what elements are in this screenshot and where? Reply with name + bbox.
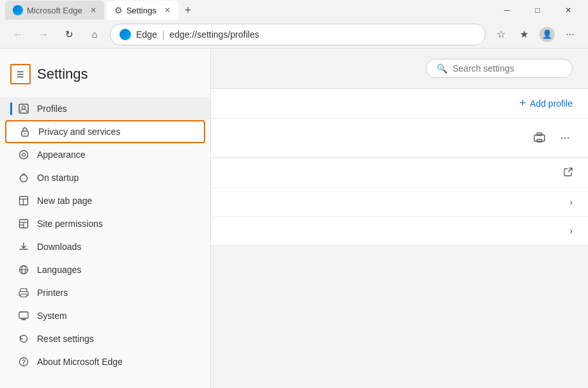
sidebar-item-label: On startup	[37, 173, 79, 183]
add-profile-button[interactable]: + Add profile	[520, 97, 573, 110]
search-settings-box[interactable]: 🔍	[426, 59, 573, 78]
sidebar: ☰ Settings Profiles	[0, 49, 211, 388]
svg-rect-19	[19, 312, 28, 318]
hamburger-menu-button[interactable]: ☰	[10, 64, 31, 84]
sidebar-item-startup[interactable]: On startup	[0, 166, 210, 189]
address-edge-icon	[120, 29, 131, 40]
favorites-star-button[interactable]: ☆	[491, 24, 511, 45]
profile-card: ···	[211, 119, 588, 157]
appearance-icon	[18, 149, 29, 160]
address-divider: |	[162, 29, 165, 40]
new-tab-button[interactable]: +	[181, 4, 196, 17]
languages-icon	[18, 264, 29, 275]
about-edge-icon	[18, 356, 29, 368]
sidebar-item-languages[interactable]: Languages	[0, 258, 210, 281]
settings-gear-icon: ⚙	[114, 5, 123, 15]
tab1-close-icon[interactable]: ✕	[90, 6, 97, 15]
search-settings-input[interactable]	[453, 63, 562, 74]
titlebar: Microsoft Edge ✕ ⚙ Settings ✕ + ─ □ ✕	[0, 0, 588, 20]
search-icon: 🔍	[437, 63, 447, 74]
sidebar-item-appearance[interactable]: Appearance	[0, 143, 210, 166]
edge-favicon-icon	[13, 5, 23, 15]
add-icon: +	[520, 97, 527, 110]
sidebar-item-system[interactable]: System	[0, 304, 210, 327]
sidebar-navigation: Profiles Privacy and services	[0, 97, 210, 373]
external-link-icon	[564, 167, 573, 178]
svg-rect-17	[20, 289, 27, 292]
sidebar-item-label: Reset settings	[37, 334, 94, 344]
new-tab-page-icon	[18, 195, 29, 206]
system-icon	[18, 310, 29, 322]
profile-tools-button[interactable]	[529, 128, 550, 148]
sidebar-item-label: Downloads	[37, 242, 81, 252]
close-button[interactable]: ✕	[553, 0, 583, 20]
sidebar-item-label: Appearance	[37, 150, 86, 160]
reset-icon	[18, 333, 29, 345]
site-permissions-icon	[18, 218, 29, 229]
sidebar-item-label: System	[37, 311, 67, 321]
sidebar-item-printers[interactable]: Printers	[0, 281, 210, 304]
back-button[interactable]: ←	[8, 24, 28, 45]
more-menu-button[interactable]: ···	[560, 24, 580, 45]
sidebar-item-privacy[interactable]: Privacy and services	[5, 120, 205, 143]
profiles-icon	[18, 103, 29, 114]
sidebar-item-site-permissions[interactable]: Site permissions	[0, 212, 210, 235]
sidebar-item-reset-settings[interactable]: Reset settings	[0, 327, 210, 350]
profile-button[interactable]: 👤	[537, 24, 557, 45]
downloads-icon	[18, 241, 29, 252]
profile-section: › ›	[211, 159, 588, 245]
sidebar-item-label: Profiles	[37, 104, 67, 114]
sidebar-item-label: Printers	[37, 288, 68, 298]
sidebar-item-downloads[interactable]: Downloads	[0, 235, 210, 258]
sidebar-item-label: Privacy and services	[38, 127, 120, 137]
sidebar-title: Settings	[37, 66, 88, 82]
forward-button[interactable]: →	[33, 24, 54, 45]
address-bar[interactable]: Edge | edge://settings/profiles	[110, 24, 486, 45]
tab-microsoft-edge[interactable]: Microsoft Edge ✕	[5, 1, 104, 20]
privacy-lock-icon	[19, 126, 31, 137]
section-row-3[interactable]: ›	[211, 217, 588, 245]
svg-point-5	[22, 153, 26, 157]
tab2-close-icon[interactable]: ✕	[164, 6, 171, 15]
window-controls: ─ □ ✕	[492, 0, 583, 20]
sidebar-item-new-tab-page[interactable]: New tab page	[0, 189, 210, 212]
chevron-right-icon: ›	[569, 197, 573, 207]
content-header: 🔍	[211, 49, 588, 89]
tab-settings[interactable]: ⚙ Settings ✕	[107, 1, 178, 20]
section-row-2[interactable]: ›	[211, 188, 588, 217]
svg-point-23	[23, 364, 24, 365]
avatar: 👤	[539, 27, 555, 42]
tab1-label: Microsoft Edge	[27, 6, 82, 15]
add-profile-label: Add profile	[530, 98, 573, 109]
address-edge-label: Edge	[136, 29, 157, 40]
sidebar-item-profiles[interactable]: Profiles	[0, 97, 210, 120]
svg-rect-26	[537, 139, 542, 142]
svg-rect-25	[537, 133, 542, 136]
svg-point-3	[24, 133, 26, 134]
toolbar-right-actions: ☆ ★ 👤 ···	[491, 24, 580, 45]
address-text: edge://settings/profiles	[169, 29, 476, 40]
sidebar-item-label: Languages	[37, 265, 81, 275]
sidebar-item-label: Site permissions	[37, 219, 103, 229]
hamburger-icon: ☰	[17, 70, 24, 79]
svg-point-6	[20, 175, 27, 182]
titlebar-tabs: Microsoft Edge ✕ ⚙ Settings ✕ +	[5, 1, 195, 20]
sidebar-item-label: About Microsoft Edge	[37, 357, 123, 367]
maximize-button[interactable]: □	[523, 0, 552, 20]
sidebar-item-about[interactable]: About Microsoft Edge	[0, 350, 210, 373]
section-row-1[interactable]	[211, 159, 588, 188]
chevron-right-icon-2: ›	[569, 226, 573, 236]
printers-icon	[18, 287, 29, 299]
main-layout: ☰ Settings Profiles	[0, 49, 588, 388]
svg-rect-18	[20, 294, 27, 297]
toolbar: ← → ↻ ⌂ Edge | edge://settings/profiles …	[0, 20, 588, 49]
refresh-button[interactable]: ↻	[59, 24, 79, 45]
svg-point-4	[20, 151, 28, 159]
profile-more-button[interactable]: ···	[555, 128, 575, 148]
sidebar-item-label: New tab page	[37, 196, 92, 206]
home-button[interactable]: ⌂	[84, 24, 105, 45]
tab2-label: Settings	[127, 6, 157, 15]
startup-icon	[18, 172, 29, 183]
favorites-button[interactable]: ★	[514, 24, 534, 45]
minimize-button[interactable]: ─	[492, 0, 522, 20]
